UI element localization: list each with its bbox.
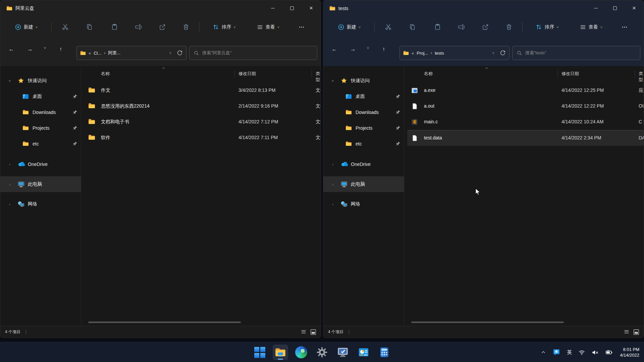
cut-button[interactable]	[58, 16, 72, 38]
sidebar-item-this-pc[interactable]: › 此电脑	[0, 176, 81, 192]
taskbar-settings[interactable]	[314, 345, 330, 360]
sidebar-item-etc[interactable]: etc	[323, 136, 404, 152]
sidebar-item-quick-access[interactable]: ˅ 快速访问	[0, 73, 81, 88]
column-header-type[interactable]: 类型	[316, 71, 321, 83]
recent-locations-button[interactable]: ˅	[40, 46, 50, 51]
taskbar-file-explorer[interactable]	[273, 345, 288, 360]
up-button[interactable]: ↑	[56, 46, 66, 53]
hidden-icons-chevron-icon[interactable]	[541, 350, 546, 355]
taskbar-system-app[interactable]	[335, 345, 351, 360]
share-button[interactable]	[156, 16, 169, 38]
file-row[interactable]: 忽悠没用的东西220214 2/14/2022 9:16 PM 文件夹	[84, 99, 321, 114]
minimize-button[interactable]	[263, 0, 282, 16]
sidebar-item-desktop[interactable]: 桌面	[0, 88, 81, 104]
large-icons-view-icon[interactable]	[310, 329, 316, 335]
volume-muted-icon[interactable]	[592, 349, 599, 356]
up-button[interactable]: ↑	[379, 46, 389, 53]
chevron-right-icon[interactable]: ›	[7, 202, 12, 206]
sidebar-item-this-pc[interactable]: › 此电脑	[323, 176, 404, 192]
ime-language-indicator[interactable]: 英	[567, 349, 572, 356]
sort-button[interactable]: 排序˅	[206, 16, 243, 38]
paste-button[interactable]	[431, 16, 444, 38]
maximize-button[interactable]	[605, 0, 625, 16]
taskbar-edge[interactable]	[293, 345, 309, 360]
file-row[interactable]: a.exe 4/14/2022 12:25 PM 应用程序	[407, 83, 644, 99]
horizontal-scrollbar[interactable]	[85, 321, 317, 323]
wifi-icon[interactable]	[579, 349, 585, 356]
sidebar-item-projects[interactable]: Projects	[323, 120, 404, 136]
column-header-name[interactable]: 名称	[424, 71, 433, 77]
close-button[interactable]: ×	[625, 0, 644, 16]
sidebar-item-projects[interactable]: Projects	[0, 120, 81, 136]
cut-button[interactable]	[381, 16, 395, 38]
delete-button[interactable]	[179, 16, 193, 38]
sidebar-item-downloads[interactable]: Downloads	[323, 104, 404, 120]
chevron-down-icon[interactable]: ˅	[330, 79, 335, 83]
breadcrumb-crumb[interactable]: 阿里...	[108, 50, 120, 56]
breadcrumb[interactable]: « Proj... › tests ˅	[399, 46, 509, 60]
address-dropdown-icon[interactable]: ˅	[492, 51, 494, 55]
file-row[interactable]: main.c 4/14/2022 10:24 AM C 文件	[407, 114, 644, 130]
file-row[interactable]: 作文 3/4/2022 8:13 PM 文件夹	[84, 83, 321, 99]
copy-button[interactable]	[83, 16, 96, 38]
file-row-selected[interactable]: test.data 4/14/2022 2:34 PM DATA 文件	[407, 130, 644, 146]
taskbar-control-panel-app[interactable]	[356, 345, 371, 360]
start-button[interactable]	[252, 345, 267, 360]
rename-button[interactable]	[454, 16, 468, 38]
search-input[interactable]: 搜索"tests"	[512, 46, 640, 60]
file-row[interactable]: a.out 4/14/2022 12:22 PM OUT 文件	[407, 99, 644, 114]
rename-button[interactable]	[131, 16, 145, 38]
large-icons-view-icon[interactable]	[633, 329, 639, 335]
breadcrumb[interactable]: « Cl... › 阿里... ˅	[76, 46, 186, 60]
close-button[interactable]: ×	[302, 0, 321, 16]
minimize-button[interactable]	[586, 0, 605, 16]
breadcrumb-crumb[interactable]: Proj...	[417, 51, 428, 56]
column-header-modified[interactable]: 修改日期	[561, 71, 579, 77]
more-button[interactable]	[295, 16, 308, 38]
titlebar[interactable]: tests ×	[323, 0, 644, 16]
column-header-name[interactable]: 名称	[101, 71, 110, 77]
new-button[interactable]: 新建˅	[331, 16, 368, 38]
forward-button[interactable]: →	[25, 46, 35, 53]
sidebar-item-desktop[interactable]: 桌面	[323, 88, 404, 104]
column-header-modified[interactable]: 修改日期	[238, 71, 256, 77]
sidebar-item-etc[interactable]: etc	[0, 136, 81, 152]
refresh-icon[interactable]	[500, 50, 506, 56]
forward-button[interactable]: →	[348, 46, 358, 53]
back-button[interactable]: ←	[329, 46, 339, 53]
sidebar-item-onedrive[interactable]: › OneDrive	[0, 156, 81, 172]
view-button[interactable]: 查看˅	[574, 16, 608, 38]
sidebar-item-onedrive[interactable]: › OneDrive	[323, 156, 404, 172]
titlebar[interactable]: 阿里云盘 ×	[0, 0, 321, 16]
delete-button[interactable]	[502, 16, 516, 38]
maximize-button[interactable]	[282, 0, 302, 16]
battery-charging-icon[interactable]	[605, 349, 613, 356]
copy-button[interactable]	[406, 16, 419, 38]
sidebar-item-network[interactable]: › 网络	[0, 196, 81, 212]
sidebar-item-quick-access[interactable]: ˅ 快速访问	[323, 73, 404, 88]
search-input[interactable]: 搜索"阿里云盘"	[189, 46, 317, 60]
share-button[interactable]	[479, 16, 492, 38]
more-button[interactable]	[618, 16, 631, 38]
chevron-right-icon[interactable]: ›	[330, 182, 335, 186]
horizontal-scrollbar[interactable]	[408, 321, 640, 323]
file-row[interactable]: 文档和电子书 4/14/2022 7:12 PM 文件夹	[84, 114, 321, 130]
clock[interactable]: 8:01 PM 4/14/2022	[620, 347, 639, 358]
breadcrumb-crumb[interactable]: tests	[435, 51, 444, 56]
scrollbar-thumb[interactable]	[88, 321, 241, 323]
chat-bubble-tray-icon[interactable]	[553, 349, 560, 356]
address-dropdown-icon[interactable]: ˅	[169, 51, 171, 55]
chevron-right-icon[interactable]: ›	[330, 202, 335, 206]
chevron-down-icon[interactable]: ˅	[7, 79, 12, 83]
details-view-icon[interactable]	[301, 329, 307, 335]
paste-button[interactable]	[108, 16, 121, 38]
chevron-right-icon[interactable]: ›	[7, 162, 12, 166]
sort-button[interactable]: 排序˅	[529, 16, 566, 38]
refresh-icon[interactable]	[177, 50, 183, 56]
chevron-right-icon[interactable]: ›	[330, 162, 335, 166]
view-button[interactable]: 查看˅	[251, 16, 285, 38]
back-button[interactable]: ←	[6, 46, 16, 53]
recent-locations-button[interactable]: ˅	[363, 46, 373, 51]
sidebar-item-network[interactable]: › 网络	[323, 196, 404, 212]
chevron-right-icon[interactable]: ›	[7, 182, 12, 186]
